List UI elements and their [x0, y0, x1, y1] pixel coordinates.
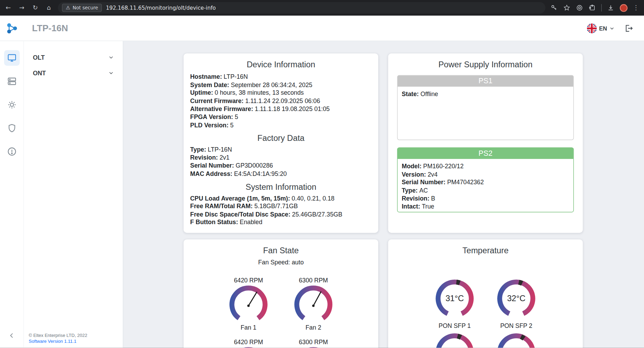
fan-gauge: 6300 RPM Fan 2: [291, 276, 336, 331]
address-bar[interactable]: ⚠ Not secure 192.168.11.65/monitoring/ol…: [58, 2, 545, 14]
home-button[interactable]: ⌂: [43, 2, 54, 13]
fan-gauge-row: 6420 RPM Fan 1 6300 RPM: [190, 276, 372, 331]
info-value: 1.11.1.18 19.08.2025 01:05: [255, 105, 330, 112]
rail-item-alerts[interactable]: [4, 144, 19, 159]
fan-state-card: Fan State Fan Speed: auto 6420 RPM Fan 1…: [184, 239, 378, 348]
card-title: Device Information: [190, 60, 372, 69]
info-value: 5: [230, 121, 234, 128]
info-value: AC: [419, 187, 428, 194]
sidebar-collapse-button[interactable]: [8, 331, 16, 341]
forward-button[interactable]: →: [16, 2, 27, 13]
chevron-down-icon: [108, 54, 113, 60]
info-value: Enabled: [240, 219, 262, 226]
language-label: EN: [599, 25, 607, 32]
info-value: E4:5A:D4:1A:95:20: [234, 170, 287, 177]
software-version-link[interactable]: Software Version 1.11.1: [29, 338, 87, 345]
logout-icon[interactable]: [624, 24, 633, 33]
card-title: Temperature: [395, 246, 576, 255]
extensions-icon[interactable]: [588, 4, 596, 11]
sidebar-item-ont[interactable]: ONT: [24, 65, 123, 80]
info-label: Uptime:: [190, 89, 213, 96]
info-label: Intact:: [402, 203, 420, 210]
fan-gauge-dial: [226, 284, 271, 322]
info-label: Serial Number:: [190, 162, 234, 169]
temperature-gauge: 33°C PON SFP 3: [432, 330, 477, 348]
downloads-icon[interactable]: [607, 4, 614, 11]
ps1-panel: PS1 State:Offline: [397, 75, 574, 140]
ps2-body: Model:PM160-220/12 Version:2v4 Serial Nu…: [398, 159, 574, 212]
info-label: Serial Number:: [402, 179, 446, 186]
info-value: GP3D000286: [236, 162, 273, 169]
temperature-label: PON SFP 2: [494, 322, 539, 329]
server-icon: [7, 76, 17, 86]
temperature-value: 31°C: [432, 276, 477, 321]
menu-icon[interactable]: ⋮: [633, 4, 639, 11]
card-title: Power Supply Information: [395, 60, 576, 69]
info-label: Model:: [402, 163, 422, 170]
info-row: F Button Status:Enabled: [190, 218, 372, 226]
info-row: Type:AC: [402, 186, 569, 194]
icon-rail: [0, 41, 24, 348]
sidebar-footer: © Eltex Enterprise LTD, 2022 Software Ve…: [29, 332, 87, 345]
bookmark-star-icon[interactable]: [563, 4, 570, 11]
fan-gauge-dial: [226, 346, 271, 348]
language-selector[interactable]: EN: [587, 23, 615, 33]
browser-toolbar: ← → ↻ ⌂ ⚠ Not secure 192.168.11.65/monit…: [0, 0, 644, 16]
fan-label: Fan 2: [291, 324, 336, 331]
reload-button[interactable]: ↻: [30, 2, 41, 13]
copyright-text: © Eltex Enterprise LTD, 2022: [29, 332, 87, 339]
app-header: LTP-16N EN: [0, 16, 644, 41]
info-row: System Date:September 28 06:34:24, 2025: [190, 81, 372, 89]
rail-item-settings[interactable]: [4, 97, 19, 112]
chevron-left-icon: [8, 331, 16, 340]
info-row: Model:PM160-220/12: [402, 162, 569, 170]
fan-label: Fan 1: [226, 324, 271, 331]
info-value: Offline: [421, 90, 438, 97]
fan-gauge-dial: [291, 284, 336, 322]
temperature-gauge: 31°C PON SFP 1: [432, 276, 477, 329]
rail-item-security[interactable]: [4, 120, 19, 136]
orb-icon[interactable]: [576, 4, 583, 11]
page-title: LTP-16N: [32, 23, 68, 34]
info-label: Current Firmware:: [190, 97, 244, 104]
header-controls: EN: [587, 23, 633, 33]
info-value: September 28 06:34:24, 2025: [231, 81, 312, 88]
info-label: State:: [402, 90, 419, 97]
info-value: 2v1: [220, 154, 230, 161]
info-row: Free Disc Space/Total Disc Space:25.46GB…: [190, 210, 372, 218]
sidebar-item-label: OLT: [33, 53, 45, 60]
sidebar-item-olt[interactable]: OLT: [24, 49, 123, 65]
device-info-card: Device Information Hostname:LTP-16N Syst…: [184, 53, 378, 233]
temperature-gauge: 38°C PON SFP 4: [494, 330, 539, 348]
info-value: PM160-220/12: [423, 163, 464, 170]
ps2-panel: PS2 Model:PM160-220/12 Version:2v4 Seria…: [397, 147, 574, 212]
info-row: Serial Number:GP3D000286: [190, 162, 372, 170]
info-value: 5: [235, 113, 238, 120]
info-row: Alternative Firmware:1.11.1.18 19.08.202…: [190, 105, 372, 113]
shield-icon: [7, 123, 17, 133]
url-text: 192.168.11.65/monitoring/olt/device-info: [106, 5, 216, 11]
rail-item-ports[interactable]: [4, 74, 19, 89]
fan-rpm-value: 6300 RPM: [291, 276, 336, 284]
info-row: Current Firmware:1.11.1.24 22.09.2025 06…: [190, 97, 372, 105]
info-row: Hostname:LTP-16N: [190, 73, 372, 81]
ps1-body: State:Offline: [398, 87, 574, 101]
temperature-card: Temperature 31°C PON SFP 1: [388, 239, 583, 348]
temperature-label: PON SFP 1: [432, 322, 477, 329]
info-row: Intact:True: [402, 203, 569, 211]
info-value: 25.46GB/27.35GB: [292, 211, 342, 218]
info-value: 1.11.1.24 22.09.2025 06:06: [245, 97, 320, 104]
info-value: 0.40, 0.21, 0.18: [292, 195, 334, 202]
info-row: Serial Number:PM47042362: [402, 178, 569, 186]
sidebar-item-label: ONT: [33, 69, 46, 76]
info-row: MAC Address:E4:5A:D4:1A:95:20: [190, 170, 372, 178]
key-icon[interactable]: [550, 4, 558, 11]
fan-rpm-value: 6420 RPM: [226, 276, 271, 284]
back-button[interactable]: ←: [3, 2, 14, 13]
profile-avatar[interactable]: [620, 4, 627, 11]
rail-item-monitoring[interactable]: [4, 50, 19, 66]
temperature-value: 38°C: [494, 330, 539, 348]
info-value: B: [431, 195, 435, 202]
security-badge[interactable]: ⚠ Not secure: [62, 4, 102, 12]
info-row: CPU Load Average (1m, 5m, 15m):0.40, 0.2…: [190, 194, 372, 202]
